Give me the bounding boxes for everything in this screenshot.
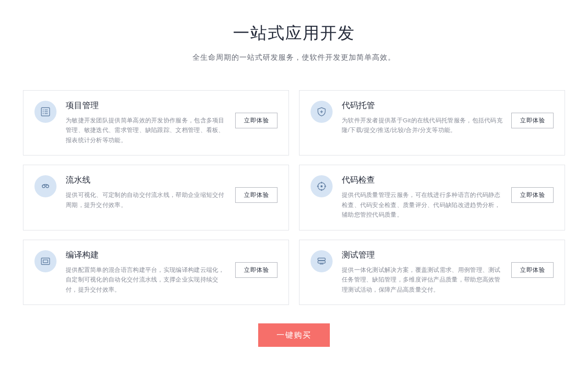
card-title: 流水线 bbox=[66, 174, 228, 185]
svg-rect-17 bbox=[41, 258, 50, 264]
svg-rect-19 bbox=[318, 258, 325, 260]
svg-rect-18 bbox=[43, 260, 48, 263]
try-button[interactable]: 立即体验 bbox=[511, 262, 554, 278]
card-body: 项目管理 为敏捷开发团队提供简单高效的开发协作服务，包含多项目管理、敏捷迭代、需… bbox=[66, 100, 228, 145]
card-body: 编译构建 提供配置简单的混合语言构建平台，实现编译构建云端化，自定制可视化的自动… bbox=[66, 249, 228, 294]
cta-row: 一键购买 bbox=[0, 323, 588, 347]
window-icon bbox=[34, 250, 57, 272]
card-build: 编译构建 提供配置简单的混合语言构建平台，实现编译构建云端化，自定制可视化的自动… bbox=[23, 240, 289, 305]
card-action: 立即体验 bbox=[511, 174, 554, 203]
try-button[interactable]: 立即体验 bbox=[235, 187, 277, 203]
card-body: 代码托管 为软件开发者提供基于Git的在线代码托管服务，包括代码克隆/下载/提交… bbox=[342, 100, 504, 135]
buy-button[interactable]: 一键购买 bbox=[258, 323, 330, 347]
card-body: 测试管理 提供一体化测试解决方案，覆盖测试需求、用例管理、测试任务管理、缺陷管理… bbox=[342, 249, 504, 294]
shield-icon bbox=[311, 101, 333, 123]
card-action: 立即体验 bbox=[235, 174, 277, 203]
card-body: 代码检查 提供代码质量管理云服务，可在线进行多种语言的代码静态检查、代码安全检查… bbox=[342, 174, 504, 219]
try-button[interactable]: 立即体验 bbox=[235, 113, 277, 128]
svg-point-16 bbox=[321, 186, 322, 187]
pipeline-icon bbox=[34, 175, 57, 197]
card-code-hosting: 代码托管 为软件开发者提供基于Git的在线代码托管服务，包括代码克隆/下载/提交… bbox=[299, 90, 565, 155]
card-desc: 提供可视化、可定制的自动交付流水线，帮助企业缩短交付周期，提升交付效率。 bbox=[66, 190, 226, 210]
card-body: 流水线 提供可视化、可定制的自动交付流水线，帮助企业缩短交付周期，提升交付效率。 bbox=[66, 174, 228, 210]
card-pipeline: 流水线 提供可视化、可定制的自动交付流水线，帮助企业缩短交付周期，提升交付效率。… bbox=[23, 165, 289, 230]
card-desc: 提供一体化测试解决方案，覆盖测试需求、用例管理、测试任务管理、缺陷管理，多维度评… bbox=[342, 265, 503, 294]
svg-rect-20 bbox=[318, 261, 325, 263]
card-desc: 为软件开发者提供基于Git的在线代码托管服务，包括代码克隆/下载/提交/推送/比… bbox=[342, 115, 503, 135]
target-icon bbox=[311, 175, 333, 197]
feature-grid: 项目管理 为敏捷开发团队提供简单高效的开发协作服务，包含多项目管理、敏捷迭代、需… bbox=[23, 90, 565, 305]
card-code-check: 代码检查 提供代码质量管理云服务，可在线进行多种语言的代码静态检查、代码安全检查… bbox=[299, 165, 565, 230]
card-desc: 为敏捷开发团队提供简单高效的开发协作服务，包含多项目管理、敏捷迭代、需求管理、缺… bbox=[66, 115, 226, 145]
card-title: 编译构建 bbox=[66, 249, 228, 260]
hero-subtitle: 全生命周期的一站式研发服务，使软件开发更加简单高效。 bbox=[0, 53, 588, 63]
card-title: 项目管理 bbox=[66, 100, 228, 111]
card-action: 立即体验 bbox=[511, 249, 554, 278]
card-title: 测试管理 bbox=[342, 249, 504, 260]
list-icon bbox=[34, 101, 57, 123]
page-container: 一站式应用开发 全生命周期的一站式研发服务，使软件开发更加简单高效。 项目管理 … bbox=[0, 0, 588, 347]
try-button[interactable]: 立即体验 bbox=[511, 113, 554, 128]
card-test-management: 测试管理 提供一体化测试解决方案，覆盖测试需求、用例管理、测试任务管理、缺陷管理… bbox=[299, 240, 565, 305]
try-button[interactable]: 立即体验 bbox=[235, 262, 277, 278]
card-title: 代码检查 bbox=[342, 174, 504, 185]
try-button[interactable]: 立即体验 bbox=[511, 187, 554, 203]
card-desc: 提供代码质量管理云服务，可在线进行多种语言的代码静态检查、代码安全检查、质量评分… bbox=[342, 190, 503, 219]
layers-icon bbox=[311, 250, 333, 272]
card-action: 立即体验 bbox=[511, 100, 554, 128]
card-action: 立即体验 bbox=[235, 100, 277, 128]
card-title: 代码托管 bbox=[342, 100, 504, 111]
card-action: 立即体验 bbox=[235, 249, 277, 278]
card-project-management: 项目管理 为敏捷开发团队提供简单高效的开发协作服务，包含多项目管理、敏捷迭代、需… bbox=[23, 90, 289, 155]
hero-title: 一站式应用开发 bbox=[0, 22, 588, 45]
card-desc: 提供配置简单的混合语言构建平台，实现编译构建云端化，自定制可视化的自动化交付流水… bbox=[66, 265, 226, 294]
